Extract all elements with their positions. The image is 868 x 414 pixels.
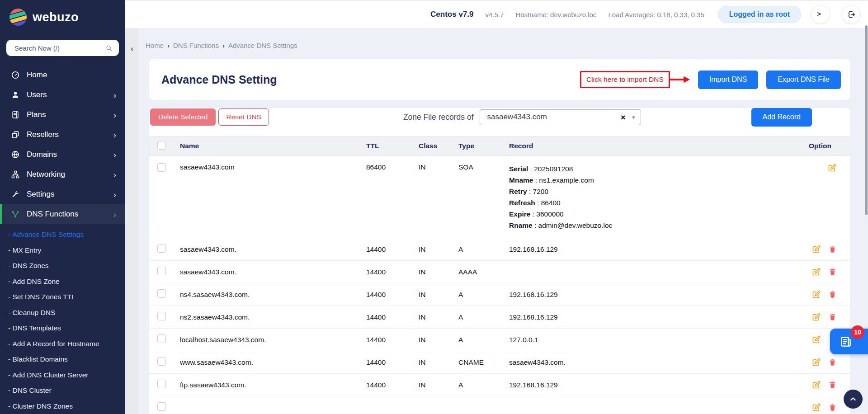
breadcrumb-link-dns-functions[interactable]: DNS Functions xyxy=(173,42,228,49)
dns-records-card: Delete Selected Reset DNS Zone File reco… xyxy=(149,108,850,414)
cell-name: ftp.sasaew4343.com. xyxy=(180,381,366,389)
submenu-item-blacklist-domains[interactable]: Blacklist Domains xyxy=(0,352,125,367)
submenu-item-add-dns-zone[interactable]: Add DNS Zone xyxy=(0,274,125,290)
submenu-item-cleanup-dns[interactable]: Cleanup DNS xyxy=(0,305,125,321)
cell-ttl: 14400 xyxy=(366,336,419,344)
brand-logo[interactable]: webuzo xyxy=(0,0,125,33)
chevron-right-icon: › xyxy=(113,190,116,199)
trash-icon[interactable] xyxy=(828,403,837,412)
edit-icon[interactable] xyxy=(811,335,821,344)
reset-dns-button[interactable]: Reset DNS xyxy=(218,108,269,126)
submenu-item-cluster-dns-zones[interactable]: Cluster DNS Zones xyxy=(0,399,125,414)
trash-icon[interactable] xyxy=(828,313,837,321)
edit-icon[interactable] xyxy=(811,403,821,412)
trash-icon[interactable] xyxy=(828,268,837,276)
row-checkbox[interactable] xyxy=(157,267,166,275)
delete-selected-button[interactable]: Delete Selected xyxy=(150,108,216,126)
sidebar-item-networking[interactable]: Networking› xyxy=(0,165,125,184)
sidebar-item-label: DNS Functions xyxy=(27,210,78,219)
dns-records-table: NameTTLClassTypeRecordOption sasaew4343.… xyxy=(149,136,850,414)
row-checkbox[interactable] xyxy=(157,312,166,320)
row-checkbox[interactable] xyxy=(157,289,166,298)
sidebar-collapse-strip[interactable]: ‹ xyxy=(125,28,139,414)
edit-icon[interactable] xyxy=(811,245,821,254)
main-column: Centos v7.9 v4.5.7 Hostname: dev.webuzo.… xyxy=(125,0,868,414)
sidebar-item-domains[interactable]: Domains› xyxy=(0,145,125,165)
zone-select[interactable]: sasaew4343.com × ▾ xyxy=(480,109,641,125)
logged-in-pill[interactable]: Logged in as root xyxy=(718,6,801,23)
submenu-item-advance-dns-settings[interactable]: Advance DNS Settings xyxy=(0,227,125,243)
soa-field: Retry : 7200 xyxy=(509,186,783,197)
add-record-button[interactable]: Add Record xyxy=(751,108,812,127)
lower-area: ‹ HomeDNS FunctionsAdvance DNS Settings … xyxy=(125,28,868,414)
sidebar-item-dns-functions[interactable]: DNS Functions› xyxy=(0,204,125,224)
export-dns-button[interactable]: Export DNS File xyxy=(766,71,841,89)
edit-icon[interactable] xyxy=(811,290,821,299)
soa-field: Serial : 2025091208 xyxy=(509,163,783,174)
edit-icon[interactable] xyxy=(811,358,821,367)
checkbox-cell xyxy=(157,289,180,300)
zone-file-label: Zone File records of xyxy=(403,113,474,122)
row-options xyxy=(783,403,841,412)
sidebar-item-users[interactable]: Users› xyxy=(0,85,125,105)
trash-icon[interactable] xyxy=(828,381,837,389)
load-averages: Load Averages: 0.18, 0.33, 0.35 xyxy=(608,11,704,19)
logout-button[interactable] xyxy=(842,5,861,24)
row-checkbox[interactable] xyxy=(157,334,166,343)
submenu-item-set-dns-zones-ttl[interactable]: Set DNS Zones TTL xyxy=(0,289,125,305)
sidebar-item-settings[interactable]: Settings› xyxy=(0,184,125,204)
caret-down-icon[interactable]: ▾ xyxy=(632,114,635,121)
breadcrumb-link-home[interactable]: Home xyxy=(146,42,173,49)
cell-type: SOA xyxy=(458,163,509,171)
app-window: webuzo HomeUsers›Plans›Resellers›Domains… xyxy=(0,0,868,414)
collapse-arrow-icon[interactable]: ‹ xyxy=(131,44,133,414)
breadcrumb-link-advance-dns-settings[interactable]: Advance DNS Settings xyxy=(228,42,297,49)
cell-record: 127.0.0.1 xyxy=(509,336,783,344)
submenu-item-mx-entry[interactable]: MX Entry xyxy=(0,243,125,259)
cell-record: 192.168.16.129 xyxy=(509,245,783,254)
row-checkbox[interactable] xyxy=(157,244,166,253)
edit-icon[interactable] xyxy=(811,267,821,277)
checkbox-cell xyxy=(157,402,180,413)
row-checkbox[interactable] xyxy=(157,380,166,388)
soa-field: Refresh : 86400 xyxy=(509,197,783,208)
select-all-checkbox[interactable] xyxy=(157,141,166,150)
notifications-button[interactable]: 10 xyxy=(830,329,868,354)
trash-icon[interactable] xyxy=(828,290,837,299)
row-checkbox[interactable] xyxy=(157,357,166,366)
cell-type: A xyxy=(458,336,509,344)
submenu-item-add-a-record-for-hostname[interactable]: Add A Record for Hostname xyxy=(0,336,125,352)
edit-icon[interactable] xyxy=(811,312,821,322)
row-options xyxy=(783,267,841,277)
sidebar-item-resellers[interactable]: Resellers› xyxy=(0,125,125,145)
submenu-item-dns-cluster[interactable]: DNS Cluster xyxy=(0,383,125,399)
chevron-right-icon: › xyxy=(113,91,116,99)
trash-icon[interactable] xyxy=(828,245,837,254)
cell-class: IN xyxy=(419,245,458,254)
sidebar-item-plans[interactable]: Plans› xyxy=(0,105,125,125)
checkbox-cell xyxy=(157,244,180,254)
sidebar-search xyxy=(6,40,119,56)
search-icon[interactable] xyxy=(105,44,113,52)
zone-selected-value: sasaew4343.com xyxy=(487,113,621,122)
cell-ttl: 14400 xyxy=(366,291,419,299)
edit-icon[interactable] xyxy=(811,380,821,390)
row-checkbox[interactable] xyxy=(157,163,166,172)
submenu-item-add-dns-cluster-server[interactable]: Add DNS Cluster Server xyxy=(0,367,125,383)
row-checkbox[interactable] xyxy=(157,402,166,411)
import-dns-button[interactable]: Import DNS xyxy=(698,71,759,89)
search-input[interactable] xyxy=(14,44,105,52)
edit-icon[interactable] xyxy=(827,163,837,173)
scroll-to-top-button[interactable] xyxy=(844,390,863,409)
cell-class: IN xyxy=(419,358,458,367)
terminal-button[interactable]: >_ xyxy=(811,5,830,24)
sidebar-item-home[interactable]: Home xyxy=(0,65,125,85)
page-scrollbar-thumb[interactable] xyxy=(865,25,868,215)
table-row: ns2.sasaew4343.com.14400INA192.168.16.12… xyxy=(149,306,850,329)
submenu-item-dns-zones[interactable]: DNS Zones xyxy=(0,258,125,274)
column-header-option: Option xyxy=(783,142,841,150)
trash-icon[interactable] xyxy=(828,358,837,367)
submenu-item-dns-templates[interactable]: DNS Templates xyxy=(0,320,125,336)
cell-class: IN xyxy=(419,268,458,276)
clear-selection-icon[interactable]: × xyxy=(621,113,626,122)
